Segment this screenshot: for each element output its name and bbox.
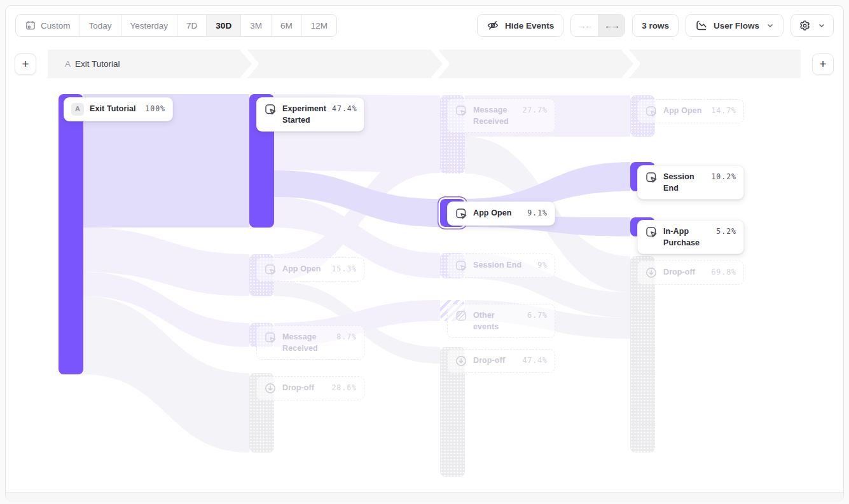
step-separator-chevron [622,50,640,78]
step-separator-chevron [240,50,258,78]
node-card-exit-tutorial[interactable]: AExit Tutorial100% [64,97,173,121]
node-card-drop-off-3[interactable]: Drop-off47.4% [447,349,555,373]
node-percentage: 5.2% [716,226,736,237]
date-range-today[interactable]: Today [80,15,121,36]
step-title: AExit Tutorial [65,59,120,69]
node-label: Message Received [473,104,516,127]
expand-columns-button[interactable]: ←→ [598,15,625,36]
view-label: User Flows [714,21,759,31]
event-icon [455,104,467,117]
node-label: Drop-off [663,266,705,278]
event-icon [645,105,658,118]
node-card-other-events-3[interactable]: Other events6.7% [447,304,555,338]
column-width-segmented-control: →← ←→ [570,14,625,37]
node-bar-exit-tutorial[interactable] [59,94,83,374]
node-percentage: 100% [145,103,165,114]
node-percentage: 10.2% [711,171,736,182]
view-selector-button[interactable]: User Flows [686,14,783,37]
add-step-right-button[interactable]: + [812,53,834,75]
node-card-drop-off-4[interactable]: Drop-off69.8% [637,261,744,285]
node-label: App Open [473,207,521,219]
date-range-label: Custom [41,21,71,31]
date-range-7d[interactable]: 7D [177,15,207,36]
chevron-down-icon [818,22,825,29]
node-label: App Open [663,105,705,116]
node-percentage: 8.7% [336,331,357,343]
node-percentage: 9.1% [527,207,548,219]
node-percentage: 14.7% [711,105,736,116]
node-card-experiment-started[interactable]: Experiment Started47.4% [256,97,364,132]
step-prefix: A [65,59,71,69]
event-badge: A [71,103,84,116]
node-card-app-open-2[interactable]: App Open15.3% [256,257,364,282]
node-percentage: 47.4% [522,355,548,366]
node-label: In-App Purchase [663,226,710,249]
date-range-3m[interactable]: 3M [241,15,272,36]
node-label: Experiment Started [282,103,326,126]
toolbar-right-cluster: Hide Events →← ←→ 3 rows User Flows [477,14,834,37]
node-percentage: 6.7% [527,310,548,321]
event-icon [455,259,467,272]
node-percentage: 15.3% [331,263,357,275]
date-range-custom[interactable]: Custom [16,15,80,36]
node-card-message-received-2[interactable]: Message Received8.7% [256,325,364,360]
event-icon [264,263,277,276]
node-percentage: 27.7% [522,104,548,116]
node-label: Other events [473,310,521,332]
date-range-label: 7D [186,21,197,31]
drop-off-icon [645,266,658,279]
date-range-segmented-control: CustomTodayYesterday7D30D3M6M12M [15,14,337,37]
node-card-message-received-3[interactable]: Message Received27.7% [447,99,555,133]
node-label: Drop-off [473,355,516,366]
node-label: Exit Tutorial [90,103,139,114]
event-icon [455,207,467,220]
step-title-text: Exit Tutorial [75,59,120,69]
rows-button[interactable]: 3 rows [632,14,679,37]
node-percentage: 9% [537,259,548,271]
node-percentage: 28.6% [331,382,357,393]
user-flows-icon [695,19,708,32]
node-card-session-end-4[interactable]: Session End10.2% [637,165,744,200]
node-label: Session End [473,259,532,271]
node-card-app-open-4[interactable]: App Open14.7% [637,99,744,123]
gear-icon [799,20,811,32]
node-label: Message Received [282,331,331,354]
date-range-label: Today [89,21,112,31]
date-range-label: 3M [250,21,262,31]
drop-off-icon [264,382,277,395]
event-icon [645,171,658,184]
step-separator-chevron [431,50,449,78]
date-range-30d[interactable]: 30D [207,15,241,36]
node-percentage: 69.8% [711,266,736,278]
hide-events-label: Hide Events [505,21,554,31]
flow-step-header[interactable]: AExit Tutorial [48,50,801,78]
rows-label: 3 rows [642,21,669,31]
node-card-in-app-purchase-4[interactable]: In-App Purchase5.2% [637,220,744,254]
date-range-label: 6M [280,21,293,31]
hide-events-button[interactable]: Hide Events [477,14,563,37]
date-range-12m[interactable]: 12M [302,15,336,36]
node-card-app-open-3[interactable]: App Open9.1% [447,201,555,226]
event-icon [264,103,277,116]
node-bar-drop-off-4[interactable] [630,256,655,453]
event-icon [264,331,277,344]
collapse-columns-button[interactable]: →← [571,15,598,36]
toolbar: CustomTodayYesterday7D30D3M6M12M Hide Ev… [15,14,834,37]
node-label: Drop-off [282,382,326,393]
date-range-6m[interactable]: 6M [272,15,302,36]
node-label: Session End [663,171,705,194]
calendar-icon [25,20,36,31]
drop-off-icon [455,355,467,367]
chevron-down-icon [766,22,774,29]
date-range-yesterday[interactable]: Yesterday [121,15,178,36]
eye-off-icon [487,19,499,32]
other-events-icon [455,310,467,322]
event-icon [645,226,658,238]
node-card-drop-off-2[interactable]: Drop-off28.6% [256,376,364,400]
node-percentage: 47.4% [332,103,357,114]
date-range-label: 30D [216,21,231,31]
settings-button[interactable] [790,14,834,37]
add-step-left-button[interactable]: + [15,53,36,75]
node-label: App Open [282,263,326,275]
node-card-session-end-3[interactable]: Session End9% [447,254,555,278]
